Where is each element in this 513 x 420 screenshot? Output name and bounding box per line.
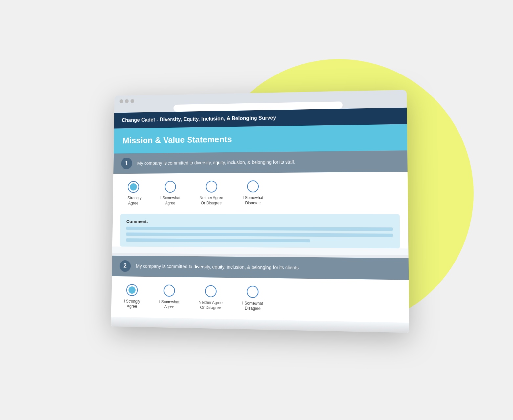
question-1-number: 1	[121, 158, 132, 169]
question-2-options: I StronglyAgree I SomewhatAgree Neither …	[111, 276, 409, 323]
section-title: Mission & Value Statements	[123, 135, 232, 145]
q2-label-strongly-agree: I StronglyAgree	[124, 298, 140, 309]
q1-comment-line-1	[126, 226, 393, 231]
question-1-text: My company is committed to diversity, eq…	[137, 159, 296, 166]
q2-option-strongly-agree[interactable]: I StronglyAgree	[124, 284, 140, 309]
question-block-2: 2 My company is committed to diversity, …	[111, 255, 409, 323]
question-1-options: I StronglyAgree I SomewhatAgree Neither …	[113, 172, 408, 214]
survey-title: Change Cadet - Diversity, Equity, Inclus…	[122, 115, 276, 123]
q1-comment-label: Comment:	[126, 219, 393, 225]
section-title-bar: Mission & Value Statements	[114, 124, 407, 153]
q2-radio-neither[interactable]	[205, 285, 217, 297]
q2-label-somewhat-disagree: I SomewhatDisagree	[242, 300, 263, 312]
dot-green	[130, 99, 134, 103]
q1-label-somewhat-disagree: I SomewhatDisagree	[243, 195, 263, 206]
q1-option-strongly-agree[interactable]: I StronglyAgree	[125, 181, 142, 206]
q1-comment-line-2	[126, 232, 393, 237]
dot-red	[119, 99, 123, 103]
question-2-number: 2	[120, 260, 131, 272]
survey-content: Mission & Value Statements 1 My company …	[111, 124, 409, 333]
q1-option-somewhat-disagree[interactable]: I SomewhatDisagree	[243, 180, 263, 206]
q1-comment-section: Comment:	[120, 214, 400, 248]
browser-dots	[119, 94, 401, 103]
question-1-header: 1 My company is committed to diversity, …	[113, 150, 407, 174]
question-block-1: 1 My company is committed to diversity, …	[112, 150, 408, 248]
q1-label-somewhat-agree: I SomewhatAgree	[160, 195, 181, 206]
q2-label-somewhat-agree: I SomewhatAgree	[159, 299, 179, 310]
q2-option-somewhat-disagree[interactable]: I SomewhatDisagree	[242, 285, 263, 312]
question-2-text: My company is committed to diversity, eq…	[136, 263, 299, 270]
q2-radio-strongly-agree[interactable]	[126, 284, 138, 296]
q1-radio-somewhat-disagree[interactable]	[247, 180, 259, 192]
q1-option-somewhat-agree[interactable]: I SomewhatAgree	[160, 181, 181, 206]
dot-yellow	[125, 99, 128, 103]
q1-label-neither: Neither AgreeOr Disagree	[199, 195, 223, 206]
q2-option-neither[interactable]: Neither AgreeOr Disagree	[199, 285, 223, 311]
q1-radio-strongly-agree[interactable]	[128, 181, 139, 193]
question-2-header: 2 My company is committed to diversity, …	[112, 255, 409, 280]
q1-comment-line-3	[126, 238, 310, 242]
q2-option-somewhat-agree[interactable]: I SomewhatAgree	[159, 284, 180, 310]
q1-radio-somewhat-agree[interactable]	[165, 181, 176, 192]
browser-window: Change Cadet - Diversity, Equity, Inclus…	[111, 90, 409, 333]
q1-label-strongly-agree: I StronglyAgree	[125, 195, 142, 206]
survey-window: Change Cadet - Diversity, Equity, Inclus…	[111, 108, 409, 333]
q1-radio-neither[interactable]	[206, 181, 217, 193]
q2-radio-somewhat-agree[interactable]	[164, 284, 175, 296]
q1-option-neither[interactable]: Neither AgreeOr Disagree	[199, 181, 223, 206]
q2-radio-somewhat-disagree[interactable]	[247, 286, 258, 298]
q2-label-neither: Neither AgreeOr Disagree	[199, 300, 223, 311]
